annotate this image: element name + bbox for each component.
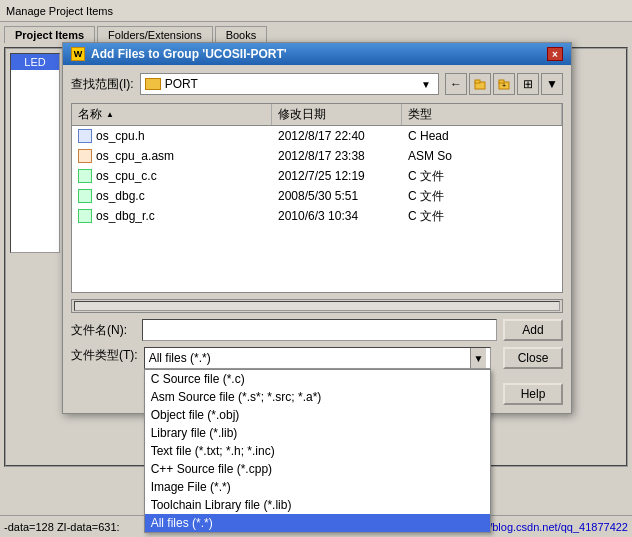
column-type[interactable]: 类型 [402,104,562,125]
table-row[interactable]: os_cpu.h2012/8/17 22:40C Head [72,126,562,146]
filetype-value: All files (*.*) [149,351,470,365]
dropdown-item-text[interactable]: Text file (*.txt; *.h; *.inc) [145,442,490,460]
file-list-header: 名称 ▲ 修改日期 类型 [72,104,562,126]
column-name[interactable]: 名称 ▲ [72,104,272,125]
location-value: PORT [165,77,418,91]
file-date: 2012/8/17 23:38 [272,149,402,163]
file-type: C Head [402,129,562,143]
new-folder-icon: + [498,78,510,90]
file-date: 2012/8/17 22:40 [272,129,402,143]
table-row[interactable]: os_cpu_a.asm2012/8/17 23:38ASM So [72,146,562,166]
filetype-arrow[interactable]: ▼ [470,348,486,368]
filename-row: 文件名(N): Add [71,319,563,341]
dialog-icon: W [71,47,85,61]
dropdown-item-c-source[interactable]: C Source file (*.c) [145,370,490,388]
file-name: os_cpu_a.asm [96,149,174,163]
file-date: 2010/6/3 10:34 [272,209,402,223]
dialog-body: 查找范围(I): PORT ▼ ← [63,65,571,383]
toolbar-buttons: ← + ⊞ ▼ [445,73,563,95]
file-list-container: 名称 ▲ 修改日期 类型 os_cpu.h2012/8/17 22:40C He… [71,103,563,293]
file-list-body: os_cpu.h2012/8/17 22:40C Heados_cpu_a.as… [72,126,562,292]
filetype-dropdown-container: All files (*.*) ▼ C Source file (*.c) As… [144,347,491,369]
file-name: os_dbg_r.c [96,209,155,223]
dropdown-item-library[interactable]: Library file (*.lib) [145,424,490,442]
file-type: C 文件 [402,188,562,205]
location-dropdown-arrow[interactable]: ▼ [418,79,434,90]
file-icon [78,169,92,183]
sort-arrow-name: ▲ [106,110,114,119]
file-icon [78,189,92,203]
dropdown-item-toolchain-lib[interactable]: Toolchain Library file (*.lib) [145,496,490,514]
toolbar-view-arrow[interactable]: ▼ [541,73,563,95]
file-type: C 文件 [402,208,562,225]
file-name: os_dbg.c [96,189,145,203]
location-label: 查找范围(I): [71,76,134,93]
file-date: 2008/5/30 5:51 [272,189,402,203]
filetype-row: 文件类型(T): All files (*.*) ▼ C Source file… [71,347,563,369]
filetype-label: 文件类型(T): [71,347,138,364]
dropdown-item-all-files[interactable]: All files (*.*) [145,514,490,532]
file-icon [78,209,92,223]
svg-rect-1 [475,80,480,83]
filename-label: 文件名(N): [71,322,136,339]
table-row[interactable]: os_dbg.c2008/5/30 5:51C 文件 [72,186,562,206]
column-date[interactable]: 修改日期 [272,104,402,125]
modal-overlay: W Add Files to Group 'UCOSII-PORT' × 查找范… [0,0,632,537]
folder-icon [145,78,161,90]
table-row[interactable]: os_dbg_r.c2010/6/3 10:34C 文件 [72,206,562,226]
help-button[interactable]: Help [503,383,563,405]
toolbar-new-folder-btn[interactable]: + [493,73,515,95]
dialog-title: Add Files to Group 'UCOSII-PORT' [91,47,547,61]
dialog-titlebar: W Add Files to Group 'UCOSII-PORT' × [63,43,571,65]
close-button[interactable]: Close [503,347,563,369]
file-name: os_cpu_c.c [96,169,157,183]
add-button[interactable]: Add [503,319,563,341]
svg-text:+: + [502,82,506,89]
dropdown-item-image[interactable]: Image File (*.*) [145,478,490,496]
file-type: C 文件 [402,168,562,185]
toolbar-view-btn[interactable]: ⊞ [517,73,539,95]
file-icon [78,149,92,163]
add-files-dialog: W Add Files to Group 'UCOSII-PORT' × 查找范… [62,42,572,414]
horizontal-scrollbar[interactable] [71,299,563,313]
filetype-select[interactable]: All files (*.*) ▼ [144,347,491,369]
dropdown-item-object[interactable]: Object file (*.obj) [145,406,490,424]
scrollbar-track[interactable] [74,301,560,311]
toolbar-up-btn[interactable] [469,73,491,95]
file-type: ASM So [402,149,562,163]
filetype-dropdown-list: C Source file (*.c) Asm Source file (*.s… [144,369,491,533]
toolbar-back-btn[interactable]: ← [445,73,467,95]
dropdown-item-cpp-source[interactable]: C++ Source file (*.cpp) [145,460,490,478]
file-date: 2012/7/25 12:19 [272,169,402,183]
up-folder-icon [474,78,486,90]
location-combobox[interactable]: PORT ▼ [140,73,439,95]
file-name: os_cpu.h [96,129,145,143]
file-icon [78,129,92,143]
dropdown-item-asm-source[interactable]: Asm Source file (*.s*; *.src; *.a*) [145,388,490,406]
dialog-close-icon[interactable]: × [547,47,563,61]
location-row: 查找范围(I): PORT ▼ ← [71,73,563,95]
filename-input[interactable] [142,319,497,341]
table-row[interactable]: os_cpu_c.c2012/7/25 12:19C 文件 [72,166,562,186]
